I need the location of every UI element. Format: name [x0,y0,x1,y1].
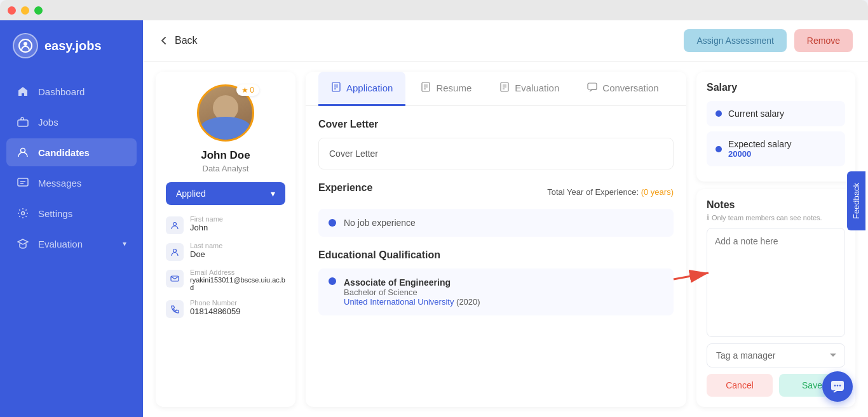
first-name-value: John [190,223,223,232]
sidebar-item-jobs[interactable]: Jobs [6,108,137,136]
minimize-button[interactable] [21,6,29,15]
phone-value: 01814886059 [190,307,241,316]
graduation-icon [17,237,29,250]
expected-salary-dot [715,146,722,152]
tab-conversation-label: Conversation [602,83,658,93]
right-panel: Salary Current salary Expected salary 20… [696,72,855,407]
edu-univ-line: United International University (2020) [344,297,480,307]
app-container: easy.jobs Dashboard Jobs [0,20,868,417]
star-icon: ★ [241,86,248,95]
tab-application[interactable]: Application [318,72,405,106]
back-button[interactable]: Back [158,35,198,46]
star-count: 0 [250,86,254,95]
field-row-phone: Phone Number 01814886059 [166,299,285,318]
back-label: Back [175,35,198,46]
candidate-fields: First name John Last name Doe [166,215,285,318]
tabs-panel: Application Resume Evaluation [306,72,686,407]
close-button[interactable] [8,6,16,15]
experience-years-value: (0 years) [641,187,674,197]
resume-tab-icon [421,82,431,94]
tag-manager-select[interactable]: Tag a manager [707,343,845,367]
sidebar-item-evaluation[interactable]: Evaluation ▾ [6,230,137,258]
experience-years-label: Total Year of Experience: [547,187,639,197]
salary-card: Salary Current salary Expected salary 20… [696,72,855,182]
bullet-icon [329,219,336,227]
expected-salary-item: Expected salary 20000 [707,131,845,166]
field-row-firstname: First name John [166,215,285,234]
tab-evaluation-label: Evaluation [515,83,559,93]
phone-icon [166,300,184,318]
candidate-name: John Doe [201,149,250,162]
svg-point-16 [837,385,838,386]
traffic-lights [8,6,43,15]
svg-rect-4 [18,178,28,186]
candidate-role: Data Analyst [203,164,249,173]
star-badge: ★ 0 [236,84,259,96]
last-name-label: Last name [190,242,222,249]
tab-evaluation[interactable]: Evaluation [487,72,572,106]
avatar-wrapper: ★ 0 [197,84,254,142]
sidebar-item-messages-label: Messages [38,178,81,189]
status-dropdown[interactable]: Applied ▾ [166,182,285,205]
last-name-value: Doe [190,249,222,259]
svg-point-1 [24,42,27,46]
chevron-down-icon: ▾ [123,239,126,248]
svg-point-15 [834,385,836,386]
edu-heading: Educational Qualification [318,249,674,261]
feedback-tab[interactable]: Feedback [847,171,865,230]
sidebar-item-dashboard[interactable]: Dashboard [6,77,137,105]
top-bar: Back Assign Assessment Remove [143,20,868,62]
content-area: ★ 0 John Doe Data Analyst Applied ▾ [143,62,868,417]
gear-icon [17,207,29,220]
edu-year: (2020) [456,297,480,307]
sidebar-item-dashboard-label: Dashboard [38,86,85,97]
edu-degree: Associate of Engineering [344,277,480,288]
education-card: Associate of Engineering Bachelor of Sci… [318,268,674,315]
no-experience-label: No job experience [344,218,416,228]
candidate-card: ★ 0 John Doe Data Analyst Applied ▾ [156,72,295,407]
current-salary-item: Current salary [707,101,845,126]
sidebar-item-candidates[interactable]: Candidates [6,138,137,166]
remove-button[interactable]: Remove [794,29,853,52]
cover-letter-box: Cover Letter [318,138,674,169]
email-icon [166,270,184,288]
maximize-button[interactable] [34,6,43,15]
experience-years: Total Year of Experience: (0 years) [547,187,674,197]
assign-assessment-button[interactable]: Assign Assessment [684,29,786,52]
phone-label: Phone Number [190,299,241,307]
svg-point-5 [22,212,25,215]
sidebar-item-messages[interactable]: Messages [6,169,137,197]
home-icon [17,85,29,98]
first-name-label: First name [190,215,223,223]
chat-button[interactable] [822,371,853,402]
cancel-button[interactable]: Cancel [707,374,773,397]
field-row-lastname: Last name Doe [166,242,285,261]
person-field-icon-2 [166,243,184,261]
status-dropdown-wrapper: Applied ▾ [166,182,285,205]
email-value: ryakini153011@bscse.uiu.ac.bd [190,276,285,291]
salary-title: Salary [707,82,845,93]
dropdown-arrow-icon: ▾ [271,189,275,199]
status-label: Applied [176,189,206,199]
sidebar-item-settings[interactable]: Settings [6,199,137,227]
tab-resume[interactable]: Resume [408,72,484,106]
notes-textarea[interactable] [707,228,845,337]
edu-bullet-icon [329,277,336,285]
expected-salary-value: 20000 [728,149,792,159]
conversation-tab-icon [587,82,597,94]
edu-info: Associate of Engineering Bachelor of Sci… [344,277,480,307]
main-area: Back Assign Assessment Remove ★ [143,20,868,417]
field-row-email: Email Address ryakini153011@bscse.uiu.ac… [166,268,285,291]
tab-resume-label: Resume [436,83,471,93]
top-bar-actions: Assign Assessment Remove [684,29,853,52]
sidebar-nav: Dashboard Jobs Candidate [0,77,143,258]
info-icon: ℹ [707,213,709,222]
tab-conversation[interactable]: Conversation [574,72,671,106]
svg-point-7 [173,249,177,253]
back-arrow-icon [158,35,170,46]
notes-sub-text: Only team members can see notes. [712,214,822,222]
logo-text: easy.jobs [44,39,102,53]
sidebar: easy.jobs Dashboard Jobs [0,20,143,417]
person-icon [17,146,29,159]
edu-field: Bachelor of Science [344,288,480,297]
